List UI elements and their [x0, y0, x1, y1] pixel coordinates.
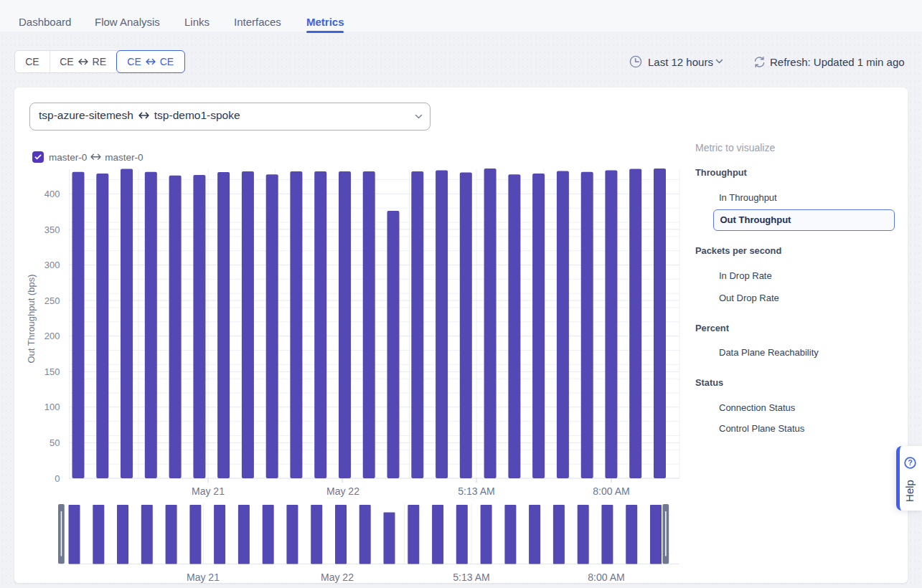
svg-text:?: ?: [908, 458, 912, 467]
